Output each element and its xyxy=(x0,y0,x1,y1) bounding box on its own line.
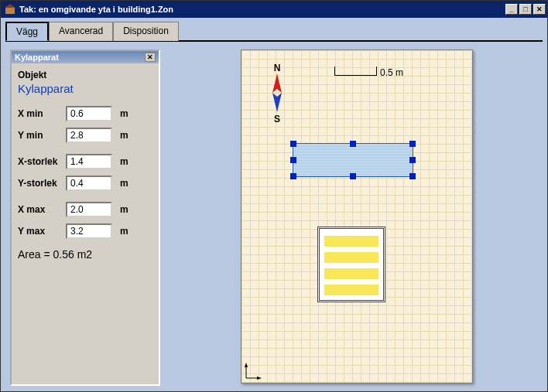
svg-marker-3 xyxy=(272,93,282,112)
ysize-unit: m xyxy=(120,178,128,189)
tab-avancerad[interactable]: Avancerad xyxy=(49,22,113,41)
ymin-input[interactable] xyxy=(66,128,112,143)
close-button[interactable]: ✕ xyxy=(533,4,546,15)
panel-title: Kylapparat xyxy=(15,53,59,62)
object-name: Kylapparat xyxy=(18,82,152,95)
svg-marker-7 xyxy=(257,377,262,380)
resize-handle-bl[interactable] xyxy=(290,173,296,179)
area-readout: Area = 0.56 m2 xyxy=(18,248,152,261)
selected-object[interactable] xyxy=(293,143,413,177)
window-title: Tak: en omgivande yta i building1.Zon xyxy=(19,5,505,14)
window-controls: _ □ ✕ xyxy=(505,4,546,15)
hatch-fill-icon xyxy=(324,233,378,295)
xmax-unit: m xyxy=(120,204,128,215)
app-window: Tak: en omgivande yta i building1.Zon _ … xyxy=(0,0,548,392)
xmax-input[interactable] xyxy=(66,202,112,217)
resize-handle-tl[interactable] xyxy=(290,141,296,147)
tab-bar: Vägg Avancerad Disposition xyxy=(1,18,547,40)
app-icon xyxy=(4,3,16,15)
compass-south-label: S xyxy=(269,114,285,124)
resize-handle-mr[interactable] xyxy=(409,157,416,163)
scale-bar: 0.5 m xyxy=(334,67,403,78)
ymax-unit: m xyxy=(120,226,128,237)
panel-close-button[interactable]: ✕ xyxy=(145,53,156,62)
scale-bar-icon xyxy=(334,70,377,76)
origin-icon xyxy=(245,363,262,380)
svg-marker-1 xyxy=(5,4,15,8)
xmax-label: X max xyxy=(18,204,66,215)
resize-handle-tm[interactable] xyxy=(350,141,356,147)
resize-handle-ml[interactable] xyxy=(290,157,296,163)
tab-vagg[interactable]: Vägg xyxy=(5,22,49,41)
secondary-object[interactable] xyxy=(317,227,385,302)
object-heading: Objekt xyxy=(18,70,152,80)
xmin-input[interactable] xyxy=(66,106,112,121)
panel-body: Objekt Kylapparat X min m Y min m X-stor… xyxy=(12,63,159,267)
xsize-input[interactable] xyxy=(66,154,112,169)
compass-north-label: N xyxy=(269,63,285,73)
resize-handle-tr[interactable] xyxy=(409,141,416,147)
svg-marker-6 xyxy=(245,363,248,367)
svg-rect-0 xyxy=(5,8,15,14)
ymin-label: Y min xyxy=(18,130,66,141)
svg-marker-2 xyxy=(272,73,282,93)
content-area: Kylapparat ✕ Objekt Kylapparat X min m Y… xyxy=(1,42,547,392)
xsize-unit: m xyxy=(120,156,128,167)
canvas-wrap: N S 0.5 m xyxy=(176,49,538,386)
xmin-unit: m xyxy=(120,108,128,119)
compass-arrow-icon xyxy=(269,73,285,112)
compass: N S xyxy=(269,63,285,124)
resize-handle-bm[interactable] xyxy=(350,173,356,179)
ymin-unit: m xyxy=(120,130,128,141)
tab-disposition[interactable]: Disposition xyxy=(113,22,179,41)
panel-titlebar[interactable]: Kylapparat ✕ xyxy=(12,51,159,63)
properties-panel: Kylapparat ✕ Objekt Kylapparat X min m Y… xyxy=(10,49,160,386)
ysize-input[interactable] xyxy=(66,176,112,191)
maximize-button[interactable]: □ xyxy=(519,4,532,15)
xsize-label: X-storlek xyxy=(18,156,66,167)
scale-label: 0.5 m xyxy=(380,67,403,78)
minimize-button[interactable]: _ xyxy=(505,4,518,15)
ymax-label: Y max xyxy=(18,226,66,237)
resize-handle-br[interactable] xyxy=(409,173,416,179)
drawing-canvas[interactable]: N S 0.5 m xyxy=(241,49,473,383)
ymax-input[interactable] xyxy=(66,223,112,239)
ysize-label: Y-storlek xyxy=(18,178,66,189)
xmin-label: X min xyxy=(18,108,66,119)
titlebar[interactable]: Tak: en omgivande yta i building1.Zon _ … xyxy=(1,1,547,18)
